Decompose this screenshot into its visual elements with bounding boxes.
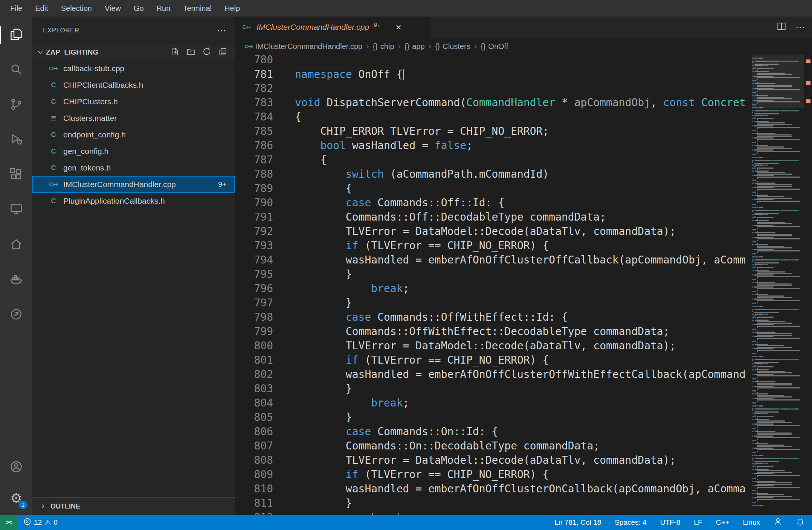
bell-icon[interactable]: [796, 517, 804, 528]
line-number[interactable]: 810: [235, 482, 280, 496]
line-number[interactable]: 787: [235, 153, 280, 167]
code-line-786[interactable]: 786 bool wasHandled = false;: [235, 139, 752, 153]
menu-go[interactable]: Go: [127, 0, 150, 17]
file-item-CHIPClusters.h[interactable]: CCHIPClusters.h: [32, 93, 235, 110]
line-number[interactable]: 792: [235, 224, 280, 239]
code-line-791[interactable]: 791 Commands::Off::DecodableType command…: [235, 210, 752, 224]
menu-file[interactable]: File: [4, 0, 29, 17]
breadcrumb-item-Clusters[interactable]: {}Clusters: [435, 42, 470, 51]
line-number[interactable]: 782: [235, 81, 280, 96]
file-item-CHIPClientCallbacks.h[interactable]: CCHIPClientCallbacks.h: [32, 77, 235, 93]
extensions-activity-button[interactable]: [0, 166, 32, 184]
code-line-785[interactable]: 785 CHIP_ERROR TLVError = CHIP_NO_ERROR;: [235, 124, 752, 139]
search-activity-button[interactable]: [0, 61, 32, 79]
problems-status[interactable]: 12 ⚠ 0: [17, 518, 64, 527]
file-item-callback-stub.cpp[interactable]: C++callback-stub.cpp: [32, 60, 235, 77]
line-number[interactable]: 789: [235, 181, 280, 196]
line-number[interactable]: 784: [235, 110, 280, 124]
code-line-789[interactable]: 789 {: [235, 181, 752, 196]
source-control-activity-button[interactable]: [0, 96, 32, 114]
close-icon[interactable]: ×: [395, 22, 401, 32]
line-number[interactable]: 804: [235, 396, 280, 410]
code-line-803[interactable]: 803 }: [235, 382, 752, 396]
circle-arrow-activity-button[interactable]: [0, 306, 32, 324]
line-number[interactable]: 809: [235, 468, 280, 482]
code-line-796[interactable]: 796 break;: [235, 282, 752, 296]
line-number[interactable]: 796: [235, 282, 280, 296]
code-line-792[interactable]: 792 TLVError = DataModel::Decode(aDataTl…: [235, 224, 752, 239]
home-activity-button[interactable]: [0, 236, 32, 254]
status-os[interactable]: Linux: [743, 518, 760, 527]
menu-selection[interactable]: Selection: [55, 0, 98, 17]
minimap[interactable]: [752, 55, 804, 515]
menu-edit[interactable]: Edit: [29, 0, 54, 17]
code-line-780[interactable]: 780: [235, 55, 752, 67]
line-number[interactable]: 812: [235, 510, 280, 515]
line-number[interactable]: 795: [235, 267, 280, 282]
menu-run[interactable]: Run: [150, 0, 177, 17]
code-line-784[interactable]: 784{: [235, 110, 752, 124]
folder-section-header[interactable]: ZAP_LIGHTING: [32, 44, 235, 60]
menu-help[interactable]: Help: [218, 0, 246, 17]
code-line-790[interactable]: 790 case Commands::Off::Id: {: [235, 196, 752, 210]
explorer-activity-button[interactable]: [0, 26, 32, 44]
status-language[interactable]: C++: [716, 518, 730, 527]
status-cursor-position[interactable]: Ln 781, Col 18: [555, 518, 601, 527]
line-number[interactable]: 803: [235, 382, 280, 396]
file-item-endpoint_config.h[interactable]: Cendpoint_config.h: [32, 126, 235, 143]
menu-terminal[interactable]: Terminal: [177, 0, 218, 17]
line-number[interactable]: 785: [235, 124, 280, 139]
collapse-all-icon[interactable]: [218, 47, 227, 58]
line-number[interactable]: 800: [235, 339, 280, 353]
line-number[interactable]: 797: [235, 296, 280, 310]
line-number[interactable]: 788: [235, 167, 280, 181]
code-line-782[interactable]: 782: [235, 81, 752, 96]
status-indentation[interactable]: Spaces: 4: [615, 518, 647, 527]
line-number[interactable]: 781: [235, 67, 280, 81]
line-number[interactable]: 799: [235, 324, 280, 339]
line-number[interactable]: 794: [235, 253, 280, 267]
line-number[interactable]: 801: [235, 353, 280, 367]
line-number[interactable]: 786: [235, 139, 280, 153]
line-number[interactable]: 811: [235, 496, 280, 510]
code-line-806[interactable]: 806 case Commands::On::Id: {: [235, 425, 752, 439]
feedback-icon[interactable]: [774, 517, 782, 528]
code-line-797[interactable]: 797 }: [235, 296, 752, 310]
settings-button[interactable]: ⚙ 1: [0, 489, 32, 507]
code-line-802[interactable]: 802 wasHandled = emberAfOnOffClusterOffW…: [235, 367, 752, 382]
file-item-IMClusterCommandHandler.cpp[interactable]: C++IMClusterCommandHandler.cpp9+: [32, 176, 235, 193]
code-line-810[interactable]: 810 wasHandled = emberAfOnOffClusterOnCa…: [235, 482, 752, 496]
code-line-807[interactable]: 807 Commands::On::DecodableType commandD…: [235, 439, 752, 453]
line-number[interactable]: 798: [235, 310, 280, 324]
line-number[interactable]: 780: [235, 55, 280, 67]
file-item-gen_config.h[interactable]: Cgen_config.h: [32, 143, 235, 160]
code-line-781[interactable]: 781namespace OnOff {: [235, 67, 752, 81]
code-line-794[interactable]: 794 wasHandled = emberAfOnOffClusterOffC…: [235, 253, 752, 267]
scrollbar[interactable]: [804, 55, 812, 515]
line-number[interactable]: 802: [235, 367, 280, 382]
status-encoding[interactable]: UTF-8: [660, 518, 681, 527]
code-line-805[interactable]: 805 }: [235, 410, 752, 425]
new-folder-icon[interactable]: [186, 47, 195, 58]
line-number[interactable]: 790: [235, 196, 280, 210]
code-line-795[interactable]: 795 }: [235, 267, 752, 282]
code-line-811[interactable]: 811 }: [235, 496, 752, 510]
remote-explorer-activity-button[interactable]: [0, 201, 32, 219]
code-line-783[interactable]: 783void DispatchServerCommand(CommandHan…: [235, 96, 752, 110]
line-number[interactable]: 793: [235, 239, 280, 253]
status-eol[interactable]: LF: [694, 518, 702, 527]
new-file-icon[interactable]: [171, 47, 180, 58]
code-line-804[interactable]: 804 break;: [235, 396, 752, 410]
account-button[interactable]: [0, 458, 32, 477]
file-item-gen_tokens.h[interactable]: Cgen_tokens.h: [32, 160, 235, 176]
menu-view[interactable]: View: [98, 0, 127, 17]
line-number[interactable]: 805: [235, 410, 280, 425]
line-number[interactable]: 807: [235, 439, 280, 453]
code-line-799[interactable]: 799 Commands::OffWithEffect::DecodableTy…: [235, 324, 752, 339]
file-item-PluginApplicationCallbacks.h[interactable]: CPluginApplicationCallbacks.h: [32, 193, 235, 209]
breadcrumb-item-app[interactable]: {}app: [404, 42, 425, 51]
code-line-812[interactable]: 812 break;: [235, 510, 752, 515]
refresh-icon[interactable]: [202, 47, 211, 58]
code-line-800[interactable]: 800 TLVError = DataModel::Decode(aDataTl…: [235, 339, 752, 353]
outline-section-header[interactable]: OUTLINE: [32, 497, 235, 515]
